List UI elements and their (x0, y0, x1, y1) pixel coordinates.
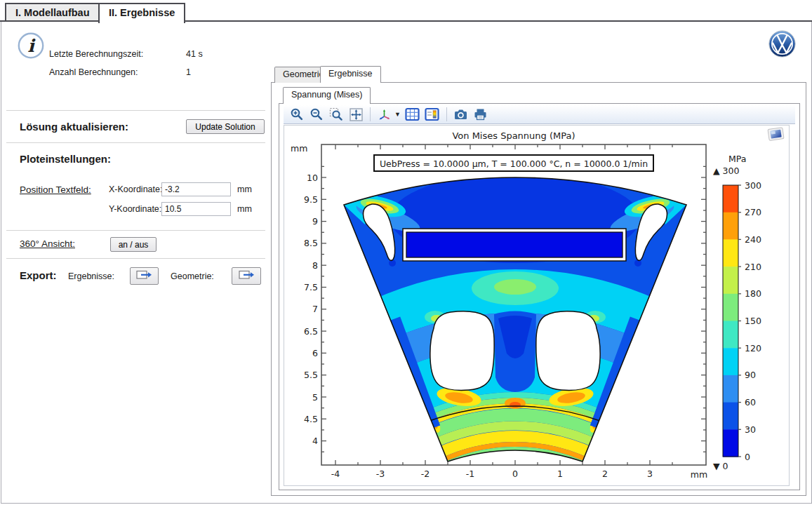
print-icon[interactable] (473, 107, 488, 122)
svg-text:-1: -1 (466, 469, 474, 479)
zoom-extents-icon[interactable] (348, 107, 364, 122)
y-coordinate-unit: mm (237, 204, 252, 214)
legend-min-marker: ▼ 0 (713, 461, 728, 471)
view-orientation-icon[interactable] (377, 107, 392, 122)
view-360-label: 360° Ansicht: (20, 238, 75, 249)
svg-text:5.5: 5.5 (304, 370, 318, 380)
svg-text:-2: -2 (421, 469, 430, 479)
toolbar-separator (446, 107, 447, 121)
magnet (406, 232, 623, 257)
svg-text:UebPress = 10.0000 µm, T = 100: UebPress = 10.0000 µm, T = 100.000 °C, n… (380, 159, 648, 169)
svg-text:-4: -4 (331, 469, 340, 479)
main-tab-bar: I. Modellaufbau II. Ergebnisse (0, 0, 812, 22)
svg-text:-3: -3 (376, 469, 385, 479)
svg-text:60: 60 (745, 397, 756, 408)
x-axis-unit: mm (691, 469, 707, 480)
computation-count-value: 1 (186, 67, 191, 77)
svg-text:270: 270 (745, 207, 761, 217)
y-coordinate-label: Y-Koordinate: (109, 204, 161, 214)
export-geometry-label: Geometrie: (171, 271, 214, 281)
zoom-box-icon[interactable] (328, 107, 344, 122)
zoom-in-icon[interactable] (289, 107, 305, 122)
svg-text:210: 210 (745, 262, 761, 272)
svg-text:0: 0 (512, 469, 518, 479)
zoom-out-icon[interactable] (309, 107, 324, 122)
svg-text:8.5: 8.5 (304, 238, 318, 248)
tab-ergebnisse-plot[interactable]: Ergebnisse (320, 66, 381, 83)
svg-text:7.5: 7.5 (304, 282, 318, 292)
y-axis-unit: mm (291, 143, 307, 154)
update-solution-label: Lösung aktualisieren: (20, 121, 128, 133)
divider (6, 230, 265, 231)
svg-text:0: 0 (745, 452, 750, 462)
export-geometry-button[interactable] (232, 267, 261, 285)
svg-text:9.5: 9.5 (304, 194, 318, 205)
color-legend-icon[interactable] (425, 107, 440, 122)
graphics-toolbar: ▼ (284, 105, 795, 124)
last-computation-label: Letzte Berechnungszeit: (49, 49, 143, 59)
toolbar-separator (370, 107, 371, 121)
x-coordinate-unit: mm (237, 184, 252, 194)
plot-settings-heading: Ploteinstellungen: (20, 153, 111, 165)
svg-text:300: 300 (745, 180, 761, 191)
vw-logo (768, 30, 796, 60)
divider (6, 258, 265, 259)
svg-text:8: 8 (312, 260, 318, 271)
svg-text:2: 2 (602, 469, 608, 479)
textfield-position-label: Position Textfeld: (20, 184, 91, 195)
export-results-button[interactable] (130, 267, 159, 285)
info-icon: i (17, 32, 45, 62)
svg-text:4: 4 (312, 436, 318, 446)
app-window: I. Modellaufbau II. Ergebnisse i Letzte … (0, 0, 812, 505)
svg-text:1: 1 (557, 469, 563, 479)
svg-text:6: 6 (312, 348, 318, 358)
svg-text:90: 90 (745, 370, 756, 380)
chevron-down-icon[interactable]: ▼ (394, 111, 401, 118)
y-coordinate-input[interactable] (161, 202, 231, 216)
svg-text:240: 240 (745, 234, 761, 245)
export-icon (239, 270, 255, 283)
color-legend: MPa ▲ 300 ▼ 0 30027024021018015012090603… (713, 154, 761, 471)
divider (6, 110, 265, 111)
plot-window-icon[interactable] (768, 128, 784, 141)
legend-max-marker: ▲ 300 (713, 166, 739, 176)
toggle-360-button[interactable]: an / aus (110, 237, 157, 252)
svg-text:3: 3 (647, 469, 653, 479)
cooling-hole-right (536, 311, 600, 391)
plot-title: Von Mises Spannung (MPa) (452, 130, 575, 141)
tab-spannung-mises[interactable]: Spannung (Mises) (283, 87, 371, 104)
update-solution-button[interactable]: Update Solution (186, 119, 265, 134)
x-coordinate-input[interactable] (161, 182, 231, 196)
svg-text:10: 10 (307, 173, 318, 183)
x-coordinate-label: X-Koordinate: (109, 184, 162, 194)
legend-unit: MPa (728, 154, 746, 164)
svg-text:120: 120 (745, 343, 761, 354)
export-label: Export: (20, 269, 57, 281)
svg-text:6.5: 6.5 (304, 326, 318, 337)
tab-modellaufbau[interactable]: I. Modellaufbau (5, 3, 100, 20)
export-results-label: Ergebnisse: (68, 271, 114, 281)
cooling-hole-left (430, 311, 494, 391)
svg-text:7: 7 (312, 304, 318, 314)
grid-icon[interactable] (405, 107, 420, 122)
tab-ergebnisse[interactable]: II. Ergebnisse (98, 3, 185, 23)
plot-canvas[interactable]: Von Mises Spannung (MPa) mm mm (284, 125, 790, 486)
last-computation-value: 41 s (186, 49, 203, 59)
svg-text:150: 150 (745, 316, 761, 326)
computation-count-label: Anzahl Berechnungen: (49, 67, 138, 77)
svg-text:9: 9 (312, 216, 318, 227)
svg-text:30: 30 (745, 424, 756, 435)
snapshot-camera-icon[interactable] (453, 107, 469, 122)
svg-text:4.5: 4.5 (304, 414, 318, 424)
svg-text:5: 5 (312, 392, 318, 403)
export-icon (136, 270, 152, 283)
divider (6, 142, 265, 143)
parameter-annotation: UebPress = 10.0000 µm, T = 100.000 °C, n… (374, 155, 653, 171)
svg-text:180: 180 (745, 288, 761, 299)
